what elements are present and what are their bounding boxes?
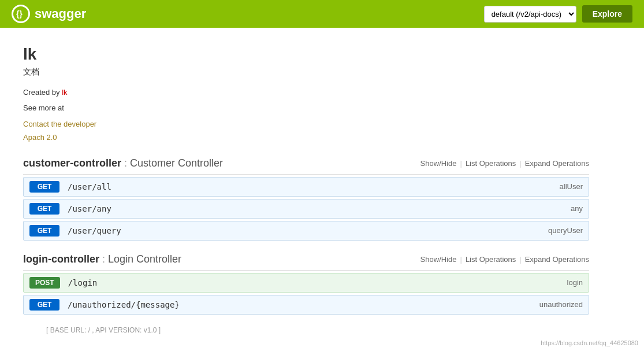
main-content: lk 文档 Created by lk See more at Contact …	[0, 28, 612, 351]
license-link[interactable]: Apach 2.0	[23, 131, 589, 144]
explore-button[interactable]: Explore	[582, 5, 632, 23]
show-hide-link[interactable]: Show/Hide	[420, 255, 457, 264]
api-row[interactable]: GET/user/anyany	[23, 199, 589, 219]
method-badge-get: GET	[29, 203, 59, 215]
list-operations-link[interactable]: List Operations	[466, 255, 516, 264]
api-path: /user/query	[68, 226, 542, 235]
expand-operations-link[interactable]: Expand Operations	[525, 159, 589, 168]
api-description: login	[567, 278, 583, 287]
api-path: /login	[68, 278, 561, 287]
controller-title-login-controller: login-controller : Login Controller	[23, 253, 181, 265]
swagger-logo: {} swagger	[12, 5, 86, 23]
method-badge-get: GET	[29, 299, 59, 311]
swagger-title: swagger	[35, 6, 86, 21]
footer: [ BASE URL: / , API VERSION: v1.0 ]	[23, 320, 589, 340]
api-row[interactable]: POST/loginlogin	[23, 273, 589, 293]
api-description: any	[571, 204, 583, 213]
header-left: {} swagger	[12, 5, 86, 23]
controller-section-customer-controller: customer-controller : Customer Controlle…	[23, 157, 589, 241]
controller-title-customer-controller: customer-controller : Customer Controlle…	[23, 157, 223, 169]
controllers-container: customer-controller : Customer Controlle…	[23, 157, 589, 315]
created-by-link[interactable]: lk	[62, 88, 67, 97]
api-select[interactable]: default (/v2/api-docs)	[484, 6, 576, 23]
api-description: unauthorized	[539, 300, 583, 309]
method-badge-get: GET	[29, 181, 59, 193]
swagger-icon: {}	[12, 5, 30, 23]
controller-header-login-controller: login-controller : Login Controller Show…	[23, 253, 589, 271]
app-subtitle: 文档	[23, 67, 589, 77]
api-path: /user/any	[68, 204, 565, 213]
contact-developer-link[interactable]: Contact the developer	[23, 117, 589, 131]
header-right: default (/v2/api-docs) Explore	[484, 5, 632, 23]
api-description: queryUser	[548, 226, 583, 235]
controller-actions-login-controller: Show/Hide | List Operations | Expand Ope…	[420, 255, 589, 264]
expand-operations-link[interactable]: Expand Operations	[525, 255, 589, 264]
api-description: allUser	[560, 182, 583, 191]
method-badge-get: GET	[29, 225, 59, 237]
watermark: https://blog.csdn.net/qq_44625080	[541, 339, 638, 346]
api-row[interactable]: GET/unauthorized/{message}unauthorized	[23, 295, 589, 315]
api-path: /user/all	[68, 182, 554, 191]
app-title: lk	[23, 45, 589, 64]
controller-header-customer-controller: customer-controller : Customer Controlle…	[23, 157, 589, 175]
app-see-more: See more at	[23, 101, 589, 114]
svg-text:{}: {}	[16, 9, 23, 19]
api-path: /unauthorized/{message}	[68, 300, 534, 309]
controller-actions-customer-controller: Show/Hide | List Operations | Expand Ope…	[420, 159, 589, 168]
controller-section-login-controller: login-controller : Login Controller Show…	[23, 253, 589, 315]
method-badge-post: POST	[29, 277, 60, 289]
show-hide-link[interactable]: Show/Hide	[420, 159, 457, 168]
api-row[interactable]: GET/user/allallUser	[23, 177, 589, 197]
footer-text: [ BASE URL: / , API VERSION: v1.0 ]	[46, 326, 161, 334]
api-row[interactable]: GET/user/queryqueryUser	[23, 221, 589, 241]
header: {} swagger default (/v2/api-docs) Explor…	[0, 0, 644, 28]
app-info: lk 文档 Created by lk See more at Contact …	[23, 45, 589, 145]
list-operations-link[interactable]: List Operations	[466, 159, 516, 168]
app-created-by: Created by lk	[23, 86, 589, 99]
